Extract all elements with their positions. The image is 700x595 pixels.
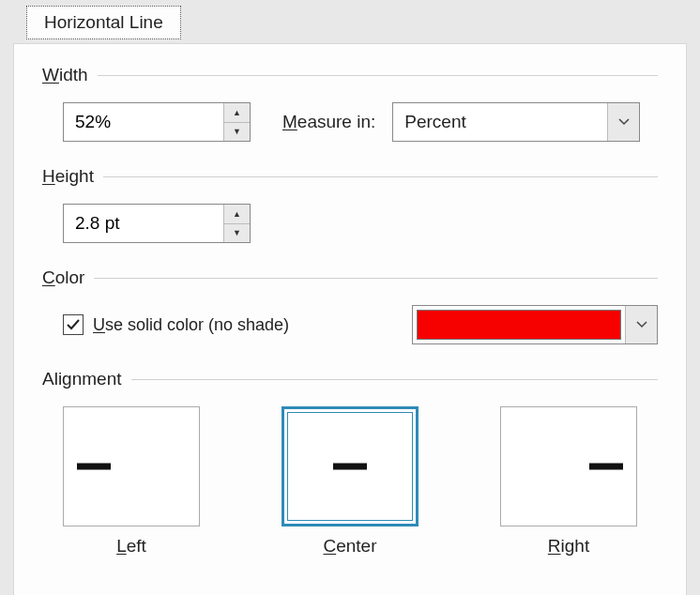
width-group-label: Width: [42, 65, 658, 85]
alignment-right-option[interactable]: [500, 406, 637, 526]
alignment-right-label: Right: [548, 536, 589, 557]
measure-in-chevron[interactable]: [607, 103, 639, 141]
checkmark-icon: [66, 317, 81, 332]
height-group-label: Height: [42, 166, 658, 187]
measure-in-label: Measure in:: [282, 112, 375, 132]
alignment-center-option[interactable]: [282, 406, 418, 526]
color-dropdown-chevron[interactable]: [625, 306, 657, 343]
measure-in-dropdown[interactable]: Percent: [392, 102, 640, 142]
use-solid-color-label: Use solid color (no shade): [93, 315, 289, 335]
height-spin-up[interactable]: ▲: [224, 205, 250, 223]
align-left-icon: [77, 464, 111, 470]
dialog-panel: Width ▲ ▼ Measure in: Percent: [13, 43, 687, 595]
width-input[interactable]: [64, 103, 223, 141]
align-center-icon: [333, 464, 367, 470]
width-spin-down[interactable]: ▼: [224, 122, 250, 142]
color-dropdown[interactable]: [412, 305, 658, 344]
alignment-left-label: Left: [116, 536, 146, 557]
width-spin-up[interactable]: ▲: [224, 103, 250, 122]
height-input[interactable]: [64, 205, 223, 242]
tab-label: Horizontal Line: [44, 12, 163, 32]
height-spinner[interactable]: ▲ ▼: [63, 204, 251, 243]
alignment-center-label: Center: [323, 536, 376, 557]
chevron-down-icon: [618, 118, 630, 126]
alignment-group-label: Alignment: [42, 369, 658, 389]
height-spin-down[interactable]: ▼: [224, 223, 250, 243]
use-solid-color-checkbox[interactable]: [63, 314, 84, 335]
alignment-left-option[interactable]: [63, 406, 200, 526]
color-group-label: Color: [42, 267, 658, 288]
tab-horizontal-line[interactable]: Horizontal Line: [26, 6, 181, 39]
align-right-icon: [589, 464, 623, 470]
measure-in-value: Percent: [393, 103, 607, 141]
width-spinner[interactable]: ▲ ▼: [63, 102, 251, 142]
chevron-down-icon: [636, 321, 647, 328]
color-swatch: [417, 310, 621, 340]
